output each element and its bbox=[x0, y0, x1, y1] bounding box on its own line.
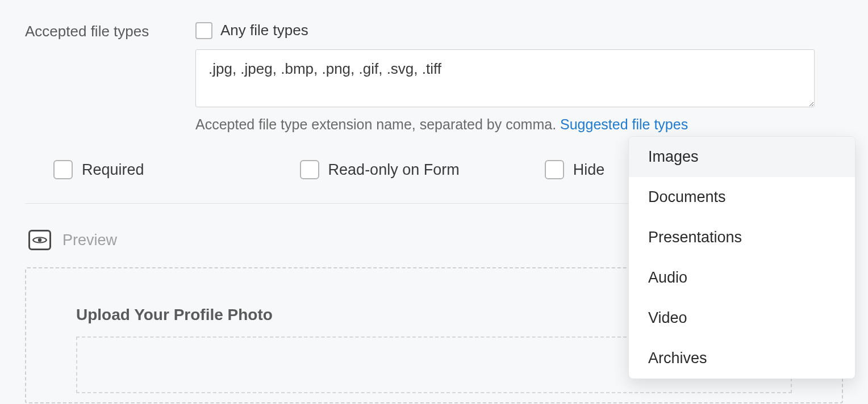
file-types-input[interactable] bbox=[195, 49, 815, 107]
preview-label: Preview bbox=[62, 232, 117, 249]
dropdown-item-presentations[interactable]: Presentations bbox=[629, 217, 855, 258]
any-file-types-checkbox[interactable] bbox=[195, 22, 212, 39]
file-types-help: Accepted file type extension name, separ… bbox=[195, 116, 815, 133]
dropdown-item-images[interactable]: Images bbox=[629, 137, 855, 177]
preview-icon bbox=[28, 230, 51, 250]
accepted-file-types-row: Accepted file types Any file types Accep… bbox=[0, 0, 868, 133]
readonly-option: Read-only on Form bbox=[300, 160, 460, 179]
dropdown-item-video[interactable]: Video bbox=[629, 298, 855, 338]
required-checkbox[interactable] bbox=[53, 160, 73, 179]
required-label: Required bbox=[82, 161, 144, 179]
file-types-help-text: Accepted file type extension name, separ… bbox=[195, 116, 560, 132]
svg-point-0 bbox=[38, 238, 41, 242]
suggested-file-types-dropdown: Images Documents Presentations Audio Vid… bbox=[628, 136, 856, 379]
readonly-label: Read-only on Form bbox=[328, 161, 460, 179]
any-file-types-group: Any file types bbox=[195, 22, 843, 39]
dropdown-item-archives[interactable]: Archives bbox=[629, 338, 855, 378]
hide-checkbox[interactable] bbox=[545, 160, 564, 179]
suggested-file-types-link[interactable]: Suggested file types bbox=[560, 116, 688, 132]
hide-option: Hide bbox=[545, 160, 605, 179]
dropdown-item-audio[interactable]: Audio bbox=[629, 258, 855, 298]
hide-label: Hide bbox=[573, 161, 605, 179]
required-option: Required bbox=[53, 160, 144, 179]
dropdown-item-documents[interactable]: Documents bbox=[629, 177, 855, 217]
accepted-file-types-label: Accepted file types bbox=[25, 22, 195, 40]
any-file-types-label: Any file types bbox=[220, 22, 308, 39]
readonly-checkbox[interactable] bbox=[300, 160, 319, 179]
accepted-file-types-controls: Any file types Accepted file type extens… bbox=[195, 22, 843, 133]
